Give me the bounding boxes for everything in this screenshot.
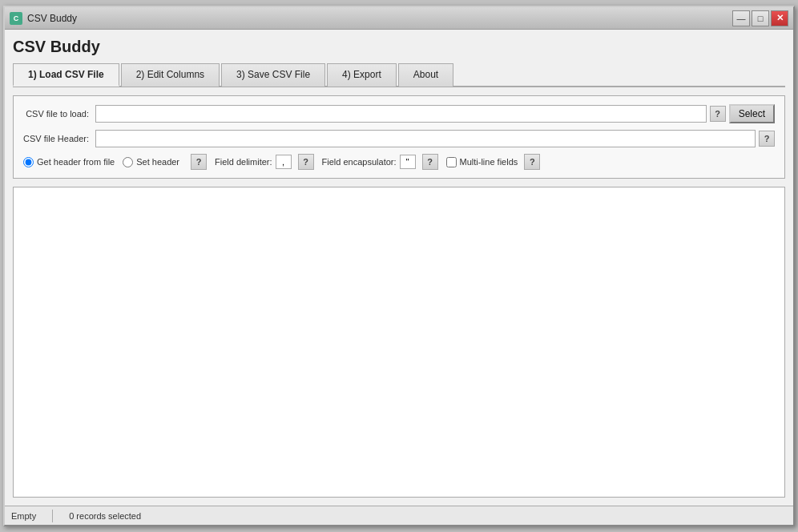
csv-file-load-input[interactable] — [95, 105, 707, 123]
field-encapsulator-option: Field encapsulator: ? — [322, 154, 438, 170]
field-delimiter-help-button[interactable]: ? — [298, 154, 314, 170]
status-records: 0 records selected — [69, 511, 141, 521]
title-bar-left: C CSV Buddy — [10, 12, 77, 25]
tab-about[interactable]: About — [398, 63, 453, 87]
tab-bar: 1) Load CSV File 2) Edit Columns 3) Save… — [13, 62, 785, 87]
field-encapsulator-input[interactable] — [400, 155, 416, 169]
get-header-radio[interactable] — [23, 157, 34, 167]
status-bar: Empty 0 records selected — [5, 506, 793, 525]
tab-export[interactable]: 4) Export — [327, 63, 397, 87]
window-title: CSV Buddy — [27, 13, 77, 24]
app-title: CSV Buddy — [13, 38, 785, 56]
field-delimiter-option: Field delimiter: ? — [215, 154, 314, 170]
tab-edit[interactable]: 2) Edit Columns — [121, 63, 220, 87]
get-header-radio-group: Get header from file — [23, 157, 115, 167]
data-area — [13, 187, 785, 498]
status-divider — [52, 510, 53, 522]
field-delimiter-label: Field delimiter: — [215, 157, 272, 167]
content-area: CSV Buddy 1) Load CSV File 2) Edit Colum… — [5, 30, 793, 506]
csv-file-header-input[interactable] — [95, 130, 756, 147]
maximize-button[interactable]: □ — [752, 10, 769, 26]
csv-file-load-row: CSV file to load: ? Select — [23, 104, 775, 123]
field-encapsulator-label: Field encapsulator: — [322, 157, 397, 167]
csv-file-load-help-button[interactable]: ? — [710, 106, 726, 122]
csv-file-header-row: CSV file Header: ? — [23, 130, 775, 147]
main-window: C CSV Buddy — □ ✕ CSV Buddy 1) Load CSV … — [3, 6, 795, 526]
title-bar: C CSV Buddy — □ ✕ — [5, 7, 793, 30]
multiline-option: Multi-line fields ? — [446, 154, 541, 170]
set-header-radio[interactable] — [123, 157, 133, 167]
select-button[interactable]: Select — [729, 104, 775, 123]
load-panel: CSV file to load: ? Select CSV file Head… — [13, 95, 785, 179]
minimize-button[interactable]: — — [732, 10, 750, 26]
multiline-help-button[interactable]: ? — [524, 154, 540, 170]
tab-save[interactable]: 3) Save CSV File — [221, 63, 325, 87]
set-header-label[interactable]: Set header — [136, 157, 179, 167]
app-icon: C — [10, 12, 22, 25]
csv-file-header-help-button[interactable]: ? — [759, 131, 775, 147]
status-state: Empty — [11, 511, 36, 521]
header-option-help-button[interactable]: ? — [191, 154, 207, 170]
csv-file-load-label: CSV file to load: — [23, 108, 95, 119]
csv-file-header-label: CSV file Header: — [23, 133, 95, 144]
close-button[interactable]: ✕ — [771, 10, 788, 26]
title-buttons: — □ ✕ — [732, 10, 788, 26]
multiline-label[interactable]: Multi-line fields — [460, 157, 518, 167]
get-header-label[interactable]: Get header from file — [37, 157, 115, 167]
field-delimiter-input[interactable] — [276, 155, 292, 169]
field-encapsulator-help-button[interactable]: ? — [422, 154, 438, 170]
tab-load[interactable]: 1) Load CSV File — [13, 63, 119, 87]
multiline-checkbox[interactable] — [446, 157, 457, 167]
options-row: Get header from file Set header ? Field … — [23, 154, 775, 170]
set-header-radio-group: Set header — [123, 157, 179, 167]
